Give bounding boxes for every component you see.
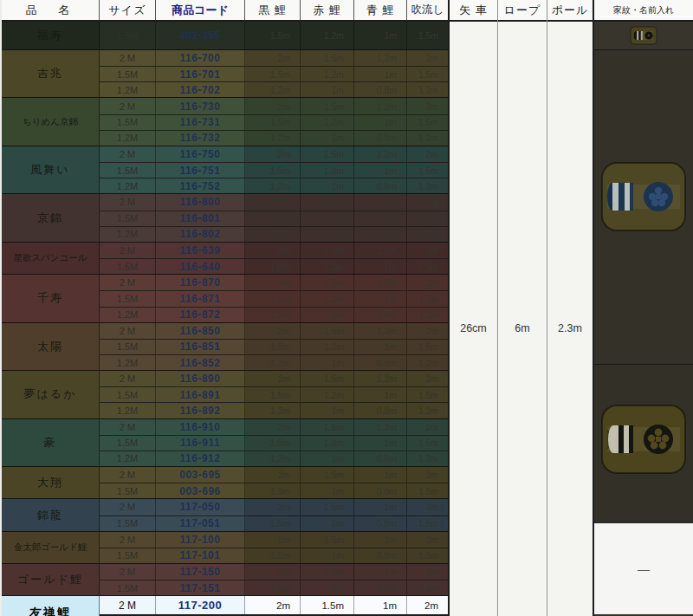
cell-black: 2m <box>245 275 301 290</box>
table-row[interactable]: 1.5M116-7011.5m1.2m1m1.5m <box>100 66 448 81</box>
product-name-cell: ゴールド鯉 <box>2 564 100 595</box>
table-row[interactable]: 1.5M116-7511.5m1.2m1m1.5m <box>100 162 448 178</box>
table-row[interactable]: 2 M003-6952m1.5m1m2m <box>100 467 448 483</box>
header-arrow-wheel: 矢 車 <box>450 0 497 22</box>
table-row[interactable]: 1.5M116-7311.5m1.2m1m1.5m <box>100 114 448 130</box>
table-row[interactable]: 1.5M116-8011.5m1.2m1m1.5m <box>100 211 448 226</box>
cell-streamer: 2m <box>407 419 448 435</box>
table-row[interactable]: 1.5M116-6401.5m1.2m1m1.5m <box>100 258 448 274</box>
cell-black: 1.5m <box>245 163 301 178</box>
cell-black: 1.5m <box>245 115 301 130</box>
cell-streamer: 1.5m <box>407 291 448 306</box>
table-row[interactable]: 1.2M116-7321.2m1m0.8m1.2m <box>100 130 448 146</box>
cell-black: 2m <box>245 467 301 483</box>
table-row[interactable]: 1.2M116-8021.2m1m0.8m1.2m <box>100 226 448 242</box>
cell-streamer: 1.2m <box>407 227 448 242</box>
cell-red: 1.5m <box>301 98 354 113</box>
cell-red: 1m <box>301 451 354 466</box>
table-row[interactable]: 1.5M401-3551.5m1.2m1m1.5m <box>100 22 448 49</box>
cell-code: 116-872 <box>156 308 245 322</box>
cell-streamer: 2m <box>407 596 448 614</box>
cell-size: 1.5M <box>100 516 156 531</box>
cell-blue: 1m <box>354 67 407 81</box>
cell-streamer: 1.2m <box>407 451 448 466</box>
cell-streamer: 1.5m <box>407 516 448 531</box>
cell-streamer: 1.5m <box>407 211 448 226</box>
table-row[interactable]: 2 M117-1002m1.5m1m2m <box>100 532 448 548</box>
cell-code: 116-702 <box>156 82 245 97</box>
table-row[interactable]: 2 M116-8702m1.5m1.2m2m <box>100 275 448 290</box>
cell-blue: 1m <box>354 532 407 548</box>
table-row[interactable]: 2 M117-2002m1.5m1m2m <box>100 596 448 615</box>
table-row[interactable]: 1.5M116-8711.5m1.2m1m1.5m <box>100 290 448 306</box>
table-row[interactable]: 1.5M117-1511.5m1m0.8m1.5m <box>100 580 448 595</box>
pole-value: 2.3m <box>547 322 593 334</box>
product-group: 豪2 M116-9102m1.5m1.2m2m1.5M116-9111.5m1.… <box>2 418 448 466</box>
table-row[interactable]: 1.2M116-8721.2m1m0.8m1.2m <box>100 307 448 322</box>
table-row[interactable]: 2 M116-6392m1.5m1.2m2m <box>100 243 448 258</box>
cell-blue: 1m <box>354 259 407 274</box>
cell-red: 1m <box>301 580 354 595</box>
rope-value: 6m <box>498 322 547 334</box>
table-row[interactable]: 1.5M117-0511.5m1m0.8m1.5m <box>100 515 448 531</box>
table-row[interactable]: 2 M116-7002m1.5m1.2m2m <box>100 50 448 66</box>
product-group: 友禅鯉2 M117-2002m1.5m1m2m1.5M117-2011.5m1m… <box>2 595 448 616</box>
table-row[interactable]: 2 M116-8502m1.5m1.2m2m <box>100 323 448 339</box>
cell-code: 003-696 <box>156 483 245 498</box>
cell-blue: 1.2m <box>354 146 407 162</box>
cell-size: 2 M <box>100 467 156 483</box>
cell-blue: 0.8m <box>354 308 407 322</box>
cell-blue: 1m <box>354 467 407 483</box>
cell-red: 1.5m <box>301 243 354 258</box>
cell-blue: 0.8m <box>354 483 407 498</box>
cell-code: 003-695 <box>156 467 245 483</box>
cell-black: 2m <box>245 194 301 210</box>
fukinagashi-crest-blue-image <box>600 160 687 233</box>
cell-red: 1.5m <box>301 323 354 339</box>
cell-red: 1m <box>301 548 354 563</box>
cell-size: 1.5M <box>100 211 156 226</box>
header-red-carp: 赤 鯉 <box>301 0 354 20</box>
table-row[interactable]: 2 M116-7502m1.5m1.2m2m <box>100 146 448 162</box>
cell-size: 1.5M <box>100 387 156 402</box>
product-name-cell: 福寿 <box>2 22 100 49</box>
cell-streamer: 2m <box>407 371 448 386</box>
table-row[interactable]: 1.5M116-9111.5m1.2m1m1.5m <box>100 435 448 451</box>
table-row[interactable]: 1.2M116-8521.2m1m0.8m1.2m <box>100 354 448 370</box>
table-row[interactable]: 1.2M116-8921.2m1m0.8m1.2m <box>100 402 448 418</box>
product-group: 錦龍2 M117-0502m1.5m1m2m1.5M117-0511.5m1m0… <box>2 498 448 530</box>
cell-streamer: 1.5m <box>407 163 448 178</box>
table-row[interactable]: 1.5M116-8911.5m1.2m1m1.5m <box>100 386 448 402</box>
cell-code: 116-750 <box>156 146 245 162</box>
cell-code: 116-701 <box>156 67 245 81</box>
table-row[interactable]: 2 M117-1502m1.5m1m2m <box>100 564 448 580</box>
cell-black: 1.5m <box>245 436 301 451</box>
table-row[interactable]: 2 M116-9102m1.5m1.2m2m <box>100 419 448 435</box>
cell-code: 116-910 <box>156 419 245 435</box>
table-row[interactable]: 1.2M116-9121.2m1m0.8m1.2m <box>100 451 448 466</box>
cell-blue: 1m <box>354 22 407 49</box>
cell-code: 117-100 <box>156 532 245 548</box>
cell-streamer: 1.2m <box>407 355 448 370</box>
cell-size: 1.5M <box>100 67 156 81</box>
product-group: 吉兆2 M116-7002m1.5m1.2m2m1.5M116-7011.5m1… <box>2 49 448 97</box>
cell-code: 116-640 <box>156 259 245 274</box>
table-row[interactable]: 1.2M116-7021.2m1m0.8m1.2m <box>100 81 448 97</box>
product-name-cell: 吉兆 <box>2 50 100 97</box>
cell-streamer: 1.5m <box>407 387 448 402</box>
table-row[interactable]: 2 M116-8902m1.5m1.2m2m <box>100 371 448 386</box>
table-row[interactable]: 2 M116-8002m1.5m1.2m2m <box>100 194 448 210</box>
product-group: 金太郎ゴールド鯉2 M117-1002m1.5m1m2m1.5M117-1011… <box>2 531 448 563</box>
cell-red: 1m <box>301 483 354 498</box>
cell-code: 116-890 <box>156 371 245 386</box>
table-row[interactable]: 2 M116-7302m1.5m1.2m2m <box>100 98 448 113</box>
cell-code: 116-912 <box>156 451 245 466</box>
table-row[interactable]: 1.5M003-6961.5m1m0.8m1.5m <box>100 483 448 498</box>
cell-size: 1.2M <box>100 403 156 418</box>
table-row[interactable]: 1.2M116-7521.2m1m0.8m1.2m <box>100 178 448 193</box>
product-group: ちりめん京錦2 M116-7302m1.5m1.2m2m1.5M116-7311… <box>2 97 448 145</box>
table-row[interactable]: 1.5M117-1011.5m1m0.8m1.5m <box>100 548 448 563</box>
table-row[interactable]: 1.5M116-8511.5m1.2m1m1.5m <box>100 339 448 354</box>
cell-streamer: 1.5m <box>407 436 448 451</box>
table-row[interactable]: 2 M117-0502m1.5m1m2m <box>100 499 448 515</box>
